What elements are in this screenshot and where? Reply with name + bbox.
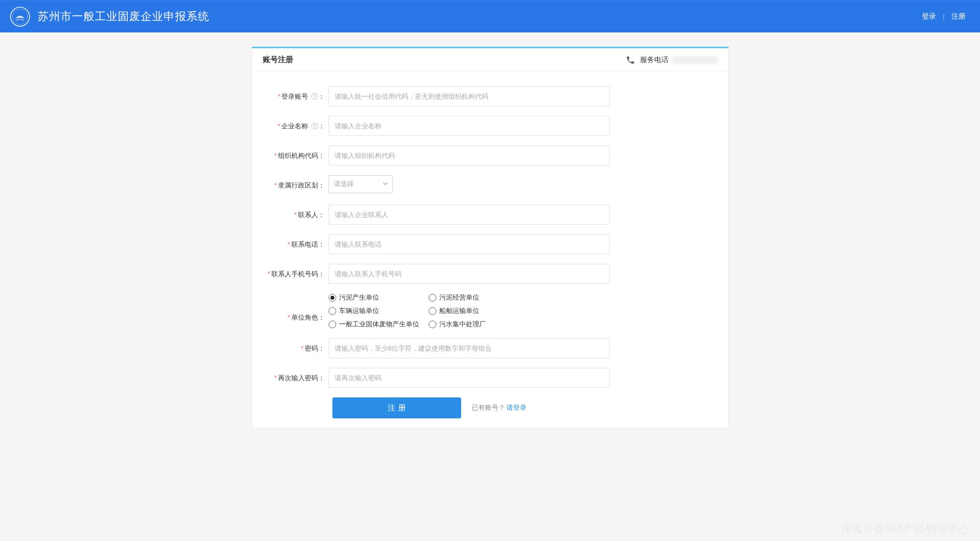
radio-icon [329, 307, 336, 315]
label-role: *单位角色： [264, 300, 329, 322]
panel-title: 账号注册 [263, 55, 293, 65]
label-phone: *联系电话： [264, 234, 329, 254]
role-option-2[interactable]: 车辆运输单位 [329, 307, 429, 315]
label-company-name: *企业名称 ?： [264, 116, 329, 136]
radio-icon [329, 321, 336, 328]
password-confirm-input[interactable] [329, 368, 610, 388]
app-logo-icon [10, 6, 31, 27]
role-option-0[interactable]: 污泥产生单位 [329, 293, 429, 302]
role-option-3[interactable]: 船舶运输单位 [429, 307, 529, 315]
app-title: 苏州市一般工业固废企业申报系统 [38, 9, 209, 24]
phone-icon [626, 55, 635, 65]
label-login-account: *登录账号 ?： [264, 86, 329, 106]
service-number-blurred [672, 56, 718, 64]
region-select[interactable]: 请选择 [329, 175, 393, 193]
label-password: *密码： [264, 338, 329, 358]
phone-input[interactable] [329, 234, 610, 254]
role-radio-group: 污泥产生单位 污泥经营单位 车辆运输单位 船舶运输单位 一般工业固体废物产生单位… [329, 293, 529, 329]
contact-input[interactable] [329, 205, 610, 225]
register-panel: 账号注册 服务电话 *登录账号 ?： *企业名称 ?： *组织机构代码： *隶属… [252, 47, 729, 428]
role-option-1[interactable]: 污泥经营单位 [429, 293, 529, 302]
service-label: 服务电话 [640, 55, 669, 64]
label-region: *隶属行政区划： [264, 175, 329, 195]
login-hint: 已有账号？ 请登录 [472, 404, 527, 412]
label-password-confirm: *再次输入密码： [264, 368, 329, 388]
role-option-4[interactable]: 一般工业固体废物产生单位 [329, 320, 429, 329]
label-contact: *联系人： [264, 205, 329, 225]
radio-icon [329, 294, 336, 302]
role-option-5[interactable]: 污水集中处理厂 [429, 320, 529, 329]
radio-icon [429, 294, 436, 302]
header-login-link[interactable]: 登录 [922, 12, 936, 21]
company-name-input[interactable] [329, 116, 610, 136]
org-code-input[interactable] [329, 146, 610, 166]
submit-row: 注册 已有账号？ 请登录 [264, 397, 716, 418]
help-icon[interactable]: ? [311, 123, 318, 129]
mobile-input[interactable] [329, 264, 610, 284]
password-input[interactable] [329, 338, 610, 358]
login-link[interactable]: 请登录 [506, 404, 526, 411]
login-account-input[interactable] [329, 86, 610, 106]
register-form: *登录账号 ?： *企业名称 ?： *组织机构代码： *隶属行政区划： 请选择 … [252, 72, 728, 428]
panel-header: 账号注册 服务电话 [252, 48, 728, 72]
header-register-link[interactable]: 注册 [951, 12, 966, 21]
register-button[interactable]: 注册 [332, 397, 461, 418]
app-header: 苏州市一般工业固废企业申报系统 登录 | 注册 [0, 0, 980, 32]
header-left: 苏州市一般工业固废企业申报系统 [10, 6, 209, 27]
radio-icon [429, 307, 436, 315]
label-mobile: *联系人手机号码： [264, 264, 329, 284]
radio-icon [429, 321, 436, 328]
label-org-code: *组织机构代码： [264, 146, 329, 166]
header-sep: | [943, 12, 945, 21]
help-icon[interactable]: ? [311, 93, 318, 100]
service-phone: 服务电话 [626, 55, 718, 65]
header-right: 登录 | 注册 [922, 12, 966, 21]
